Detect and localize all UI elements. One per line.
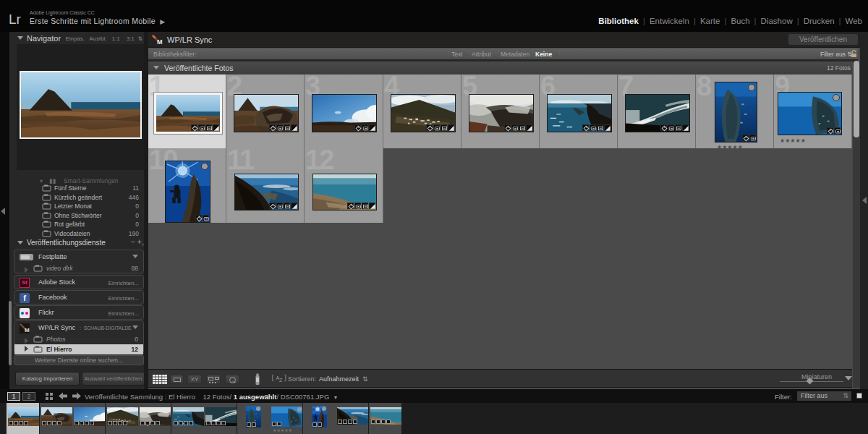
svg-text:M: M [157, 38, 163, 46]
svg-text:M: M [25, 327, 30, 333]
